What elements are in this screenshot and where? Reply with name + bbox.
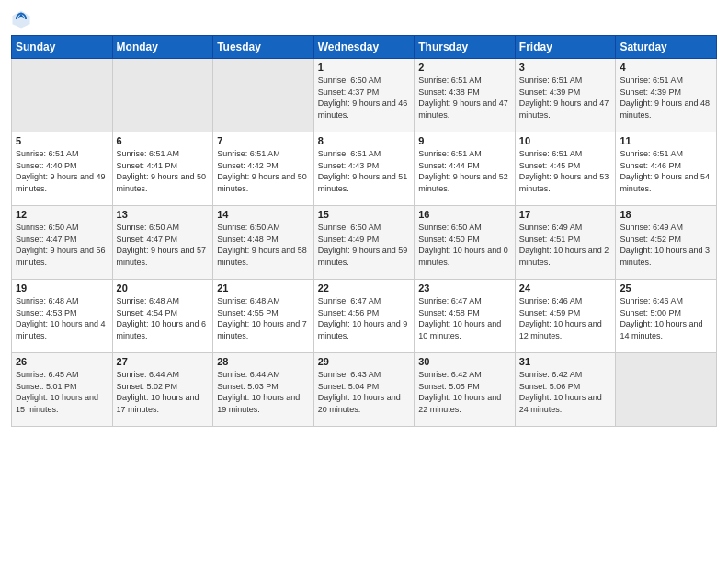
calendar-cell: 29Sunrise: 6:43 AMSunset: 5:04 PMDayligh… xyxy=(313,353,415,427)
day-number: 12 xyxy=(16,209,108,220)
day-number: 16 xyxy=(418,209,511,220)
week-row-5: 26Sunrise: 6:45 AMSunset: 5:01 PMDayligh… xyxy=(12,353,717,427)
calendar-cell: 18Sunrise: 6:49 AMSunset: 4:52 PMDayligh… xyxy=(616,206,717,280)
week-row-1: 1Sunrise: 6:50 AMSunset: 4:37 PMDaylight… xyxy=(12,59,717,132)
calendar-cell: 13Sunrise: 6:50 AMSunset: 4:47 PMDayligh… xyxy=(112,206,213,280)
calendar-cell: 16Sunrise: 6:50 AMSunset: 4:50 PMDayligh… xyxy=(415,206,516,280)
day-number: 21 xyxy=(217,282,310,293)
cell-content: Sunrise: 6:50 AMSunset: 4:47 PMDaylight:… xyxy=(117,222,210,268)
calendar-cell: 19Sunrise: 6:48 AMSunset: 4:53 PMDayligh… xyxy=(12,280,113,353)
weekday-header-row: SundayMondayTuesdayWednesdayThursdayFrid… xyxy=(12,36,717,59)
logo xyxy=(11,9,35,29)
calendar-cell: 27Sunrise: 6:44 AMSunset: 5:02 PMDayligh… xyxy=(112,353,213,427)
cell-content: Sunrise: 6:47 AMSunset: 4:56 PMDaylight:… xyxy=(318,295,411,341)
weekday-header-sunday: Sunday xyxy=(12,36,113,59)
day-number: 13 xyxy=(117,209,210,220)
weekday-header-wednesday: Wednesday xyxy=(313,36,415,59)
calendar-cell: 15Sunrise: 6:50 AMSunset: 4:49 PMDayligh… xyxy=(313,206,415,280)
calendar-cell: 12Sunrise: 6:50 AMSunset: 4:47 PMDayligh… xyxy=(12,206,113,280)
calendar-cell: 24Sunrise: 6:46 AMSunset: 4:59 PMDayligh… xyxy=(515,280,616,353)
calendar-cell: 9Sunrise: 6:51 AMSunset: 4:44 PMDaylight… xyxy=(415,132,516,206)
day-number: 19 xyxy=(16,282,108,293)
weekday-header-monday: Monday xyxy=(112,36,213,59)
day-number: 1 xyxy=(318,62,411,73)
week-row-4: 19Sunrise: 6:48 AMSunset: 4:53 PMDayligh… xyxy=(12,280,717,353)
cell-content: Sunrise: 6:48 AMSunset: 4:53 PMDaylight:… xyxy=(16,295,108,341)
cell-content: Sunrise: 6:50 AMSunset: 4:37 PMDaylight:… xyxy=(318,75,411,121)
cell-content: Sunrise: 6:51 AMSunset: 4:39 PMDaylight:… xyxy=(620,75,712,121)
calendar-cell: 8Sunrise: 6:51 AMSunset: 4:43 PMDaylight… xyxy=(313,132,415,206)
day-number: 28 xyxy=(217,356,310,367)
cell-content: Sunrise: 6:42 AMSunset: 5:06 PMDaylight:… xyxy=(519,369,612,415)
day-number: 7 xyxy=(217,135,310,146)
calendar-cell xyxy=(112,59,213,132)
calendar-cell: 28Sunrise: 6:44 AMSunset: 5:03 PMDayligh… xyxy=(213,353,314,427)
calendar-cell: 14Sunrise: 6:50 AMSunset: 4:48 PMDayligh… xyxy=(213,206,314,280)
cell-content: Sunrise: 6:50 AMSunset: 4:48 PMDaylight:… xyxy=(217,222,310,268)
calendar-cell: 30Sunrise: 6:42 AMSunset: 5:05 PMDayligh… xyxy=(415,353,516,427)
day-number: 15 xyxy=(318,209,411,220)
logo-icon xyxy=(11,9,31,29)
cell-content: Sunrise: 6:51 AMSunset: 4:40 PMDaylight:… xyxy=(16,148,108,194)
weekday-header-friday: Friday xyxy=(515,36,616,59)
calendar-cell xyxy=(12,59,113,132)
day-number: 6 xyxy=(117,135,210,146)
cell-content: Sunrise: 6:51 AMSunset: 4:43 PMDaylight:… xyxy=(318,148,411,194)
cell-content: Sunrise: 6:51 AMSunset: 4:42 PMDaylight:… xyxy=(217,148,310,194)
calendar-cell xyxy=(616,353,717,427)
cell-content: Sunrise: 6:50 AMSunset: 4:50 PMDaylight:… xyxy=(418,222,511,268)
weekday-header-tuesday: Tuesday xyxy=(213,36,314,59)
day-number: 9 xyxy=(418,135,511,146)
calendar-cell: 3Sunrise: 6:51 AMSunset: 4:39 PMDaylight… xyxy=(515,59,616,132)
calendar-cell: 17Sunrise: 6:49 AMSunset: 4:51 PMDayligh… xyxy=(515,206,616,280)
day-number: 29 xyxy=(318,356,411,367)
calendar-cell: 31Sunrise: 6:42 AMSunset: 5:06 PMDayligh… xyxy=(515,353,616,427)
calendar-cell: 4Sunrise: 6:51 AMSunset: 4:39 PMDaylight… xyxy=(616,59,717,132)
cell-content: Sunrise: 6:44 AMSunset: 5:03 PMDaylight:… xyxy=(217,369,310,415)
calendar-cell: 21Sunrise: 6:48 AMSunset: 4:55 PMDayligh… xyxy=(213,280,314,353)
day-number: 14 xyxy=(217,209,310,220)
cell-content: Sunrise: 6:50 AMSunset: 4:49 PMDaylight:… xyxy=(318,222,411,268)
week-row-3: 12Sunrise: 6:50 AMSunset: 4:47 PMDayligh… xyxy=(12,206,717,280)
day-number: 3 xyxy=(519,62,612,73)
day-number: 18 xyxy=(620,209,712,220)
day-number: 11 xyxy=(620,135,712,146)
calendar-cell: 6Sunrise: 6:51 AMSunset: 4:41 PMDaylight… xyxy=(112,132,213,206)
cell-content: Sunrise: 6:42 AMSunset: 5:05 PMDaylight:… xyxy=(418,369,511,415)
calendar-cell: 5Sunrise: 6:51 AMSunset: 4:40 PMDaylight… xyxy=(12,132,113,206)
day-number: 8 xyxy=(318,135,411,146)
calendar-cell: 20Sunrise: 6:48 AMSunset: 4:54 PMDayligh… xyxy=(112,280,213,353)
day-number: 30 xyxy=(418,356,511,367)
calendar-cell: 23Sunrise: 6:47 AMSunset: 4:58 PMDayligh… xyxy=(415,280,516,353)
day-number: 22 xyxy=(318,282,411,293)
calendar-cell xyxy=(213,59,314,132)
day-number: 25 xyxy=(620,282,712,293)
weekday-header-saturday: Saturday xyxy=(616,36,717,59)
cell-content: Sunrise: 6:51 AMSunset: 4:46 PMDaylight:… xyxy=(620,148,712,194)
day-number: 5 xyxy=(16,135,108,146)
day-number: 10 xyxy=(519,135,612,146)
calendar-cell: 11Sunrise: 6:51 AMSunset: 4:46 PMDayligh… xyxy=(616,132,717,206)
day-number: 26 xyxy=(16,356,108,367)
cell-content: Sunrise: 6:51 AMSunset: 4:41 PMDaylight:… xyxy=(117,148,210,194)
day-number: 23 xyxy=(418,282,511,293)
day-number: 2 xyxy=(418,62,511,73)
cell-content: Sunrise: 6:51 AMSunset: 4:39 PMDaylight:… xyxy=(519,75,612,121)
calendar-cell: 25Sunrise: 6:46 AMSunset: 5:00 PMDayligh… xyxy=(616,280,717,353)
cell-content: Sunrise: 6:47 AMSunset: 4:58 PMDaylight:… xyxy=(418,295,511,341)
cell-content: Sunrise: 6:51 AMSunset: 4:45 PMDaylight:… xyxy=(519,148,612,194)
week-row-2: 5Sunrise: 6:51 AMSunset: 4:40 PMDaylight… xyxy=(12,132,717,206)
cell-content: Sunrise: 6:45 AMSunset: 5:01 PMDaylight:… xyxy=(16,369,108,415)
calendar-cell: 10Sunrise: 6:51 AMSunset: 4:45 PMDayligh… xyxy=(515,132,616,206)
calendar-cell: 26Sunrise: 6:45 AMSunset: 5:01 PMDayligh… xyxy=(12,353,113,427)
calendar-cell: 7Sunrise: 6:51 AMSunset: 4:42 PMDaylight… xyxy=(213,132,314,206)
day-number: 4 xyxy=(620,62,712,73)
calendar-cell: 22Sunrise: 6:47 AMSunset: 4:56 PMDayligh… xyxy=(313,280,415,353)
cell-content: Sunrise: 6:49 AMSunset: 4:52 PMDaylight:… xyxy=(620,222,712,268)
cell-content: Sunrise: 6:51 AMSunset: 4:44 PMDaylight:… xyxy=(418,148,511,194)
day-number: 24 xyxy=(519,282,612,293)
day-number: 27 xyxy=(117,356,210,367)
calendar-cell: 2Sunrise: 6:51 AMSunset: 4:38 PMDaylight… xyxy=(415,59,516,132)
cell-content: Sunrise: 6:49 AMSunset: 4:51 PMDaylight:… xyxy=(519,222,612,268)
day-number: 20 xyxy=(117,282,210,293)
